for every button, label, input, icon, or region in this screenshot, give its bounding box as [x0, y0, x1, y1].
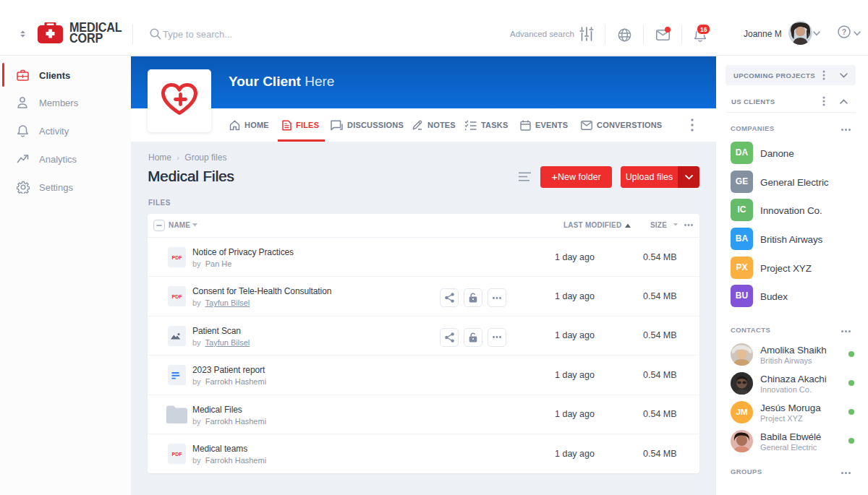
svg-text:?: ? [842, 27, 846, 36]
